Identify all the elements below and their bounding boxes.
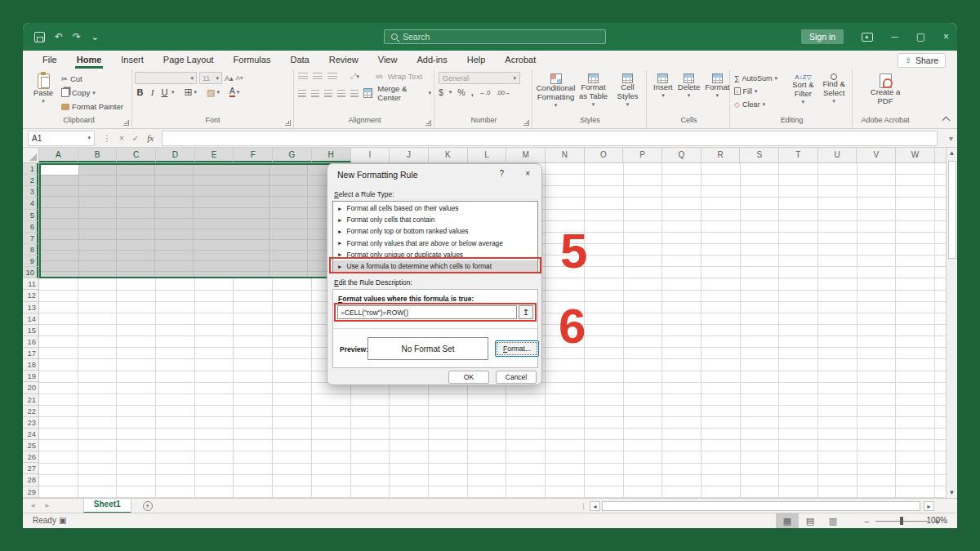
row-header-22[interactable]: 22 <box>23 406 38 417</box>
row-header-29[interactable]: 29 <box>23 487 38 498</box>
conditional-formatting-button[interactable]: Conditional Formatting▾ <box>537 72 575 116</box>
zoom-out-button[interactable]: − <box>864 517 869 527</box>
accessibility-checker-icon[interactable]: ▣ <box>59 516 66 525</box>
row-header-4[interactable]: 4 <box>23 198 38 209</box>
ribbon-tab-formulas[interactable]: Formulas <box>224 52 281 68</box>
zoom-slider-thumb[interactable] <box>900 517 903 525</box>
font-name-dropdown[interactable]: ▾ <box>135 72 197 84</box>
row-header-24[interactable]: 24 <box>23 429 38 440</box>
sign-in-button[interactable]: Sign in <box>801 29 844 44</box>
qat-customize-icon[interactable]: ⌄ <box>91 31 99 42</box>
format-cells-button[interactable]: Format▾ <box>702 72 732 116</box>
row-header-25[interactable]: 25 <box>23 440 38 451</box>
row-header-17[interactable]: 17 <box>23 348 38 359</box>
middle-align-icon[interactable] <box>313 73 323 80</box>
undo-icon[interactable]: ↶ <box>55 31 63 42</box>
save-icon[interactable] <box>34 32 45 42</box>
name-box-dropdown-icon[interactable]: ▾ <box>87 135 91 141</box>
column-header-d[interactable]: D <box>156 148 195 162</box>
dialog-launcher-icon[interactable] <box>123 120 129 126</box>
ribbon-tab-view[interactable]: View <box>368 52 408 68</box>
row-header-1[interactable]: 1 <box>23 163 38 175</box>
underline-button[interactable]: U <box>159 87 170 97</box>
rule-type-item-0[interactable]: ►Format all cells based on their values <box>333 202 537 214</box>
underline-dropdown-icon[interactable]: ▾ <box>172 89 175 96</box>
dialog-launcher-icon[interactable] <box>523 120 529 126</box>
collapse-ribbon-icon[interactable] <box>942 117 951 125</box>
column-header-r[interactable]: R <box>702 148 741 162</box>
formula-input[interactable] <box>162 131 938 146</box>
row-header-7[interactable]: 7 <box>23 233 38 244</box>
column-header-i[interactable]: I <box>351 148 390 162</box>
column-header-s[interactable]: S <box>740 148 779 162</box>
dialog-launcher-icon[interactable] <box>425 120 431 126</box>
fill-button[interactable]: ↓Fill▾ <box>734 85 788 97</box>
font-color-dropdown-icon[interactable]: ▾ <box>237 89 240 96</box>
close-button[interactable]: × <box>943 31 949 42</box>
column-header-u[interactable]: U <box>818 148 858 162</box>
zoom-level[interactable]: 100% <box>926 516 947 525</box>
column-header-f[interactable]: F <box>234 148 273 162</box>
cancel-button[interactable]: Cancel <box>496 371 537 384</box>
row-header-6[interactable]: 6 <box>23 221 38 233</box>
row-header-10[interactable]: 10 <box>23 267 38 278</box>
cancel-entry-icon[interactable]: × <box>119 134 124 143</box>
column-header-a[interactable]: A <box>39 148 78 162</box>
autosum-button[interactable]: ∑AutoSum▾ <box>734 72 788 84</box>
ok-button[interactable]: OK <box>448 371 489 384</box>
row-header-21[interactable]: 21 <box>23 394 38 406</box>
normal-view-button[interactable]: ▦ <box>776 513 799 528</box>
column-header-l[interactable]: L <box>468 148 507 162</box>
comma-style-button[interactable]: , <box>471 87 474 97</box>
ribbon-display-options-icon[interactable] <box>862 33 873 42</box>
column-header-h[interactable]: H <box>312 148 351 162</box>
font-color-button[interactable]: A <box>229 87 235 97</box>
scroll-down-icon[interactable]: ▼ <box>947 489 957 496</box>
page-break-view-button[interactable]: ▥ <box>822 513 844 528</box>
scroll-up-icon[interactable]: ▲ <box>947 149 957 157</box>
align-center-icon[interactable] <box>311 90 319 97</box>
insert-cells-button[interactable]: Insert▾ <box>651 72 675 116</box>
column-header-n[interactable]: N <box>546 148 585 162</box>
name-box[interactable]: A1▾ <box>28 131 95 146</box>
row-header-8[interactable]: 8 <box>23 244 38 256</box>
dialog-launcher-icon[interactable] <box>285 120 291 126</box>
delete-cells-button[interactable]: Delete▾ <box>675 72 702 116</box>
orientation-button[interactable]: ⤢▾ <box>350 72 359 81</box>
ribbon-tab-file[interactable]: File <box>33 52 67 68</box>
prev-sheet-icon[interactable]: ◄ <box>29 502 36 509</box>
decrease-decimal-button[interactable]: .00→ <box>496 89 510 96</box>
clear-button[interactable]: ◇Clear▾ <box>734 98 788 110</box>
row-header-20[interactable]: 20 <box>23 382 38 393</box>
align-left-icon[interactable] <box>298 90 306 97</box>
enter-entry-icon[interactable]: ✓ <box>132 134 139 143</box>
ribbon-tab-insert[interactable]: Insert <box>111 52 154 68</box>
accounting-dropdown-icon[interactable]: ▾ <box>449 89 452 96</box>
row-header-12[interactable]: 12 <box>23 290 38 301</box>
find-select-button[interactable]: Find & Select▾ <box>818 72 849 116</box>
ribbon-tab-help[interactable]: Help <box>457 52 496 68</box>
ribbon-tab-page-layout[interactable]: Page Layout <box>154 52 224 68</box>
rule-type-item-2[interactable]: ►Format only top or bottom ranked values <box>333 225 537 237</box>
borders-button[interactable]: ⊞ <box>185 87 193 98</box>
italic-button[interactable]: I <box>147 87 158 97</box>
ribbon-tab-data[interactable]: Data <box>280 52 318 68</box>
ribbon-tab-review[interactable]: Review <box>319 52 368 68</box>
merge-center-button[interactable]: Merge & Center <box>377 84 423 102</box>
format-button[interactable]: Format... <box>495 340 539 357</box>
sort-filter-button[interactable]: A↓Z▽ Sort & Filter▾ <box>788 72 819 116</box>
row-header-19[interactable]: 19 <box>23 371 38 382</box>
accounting-format-button[interactable]: $ <box>439 87 443 97</box>
align-right-icon[interactable] <box>324 90 332 97</box>
fill-color-button[interactable]: ▨ <box>207 87 215 98</box>
ribbon-tab-acrobat[interactable]: Acrobat <box>495 52 546 68</box>
active-cell[interactable] <box>41 165 78 175</box>
borders-dropdown-icon[interactable]: ▾ <box>194 89 198 96</box>
row-header-2[interactable]: 2 <box>23 175 38 186</box>
select-all-button[interactable] <box>23 148 39 163</box>
formula-bar-splitter[interactable]: ⋮ <box>103 134 111 143</box>
scroll-right-icon[interactable]: ► <box>924 501 934 511</box>
row-header-3[interactable]: 3 <box>23 186 38 198</box>
rule-type-item-3[interactable]: ►Format only values that are above or be… <box>333 238 537 249</box>
increase-indent-icon[interactable] <box>350 90 359 97</box>
